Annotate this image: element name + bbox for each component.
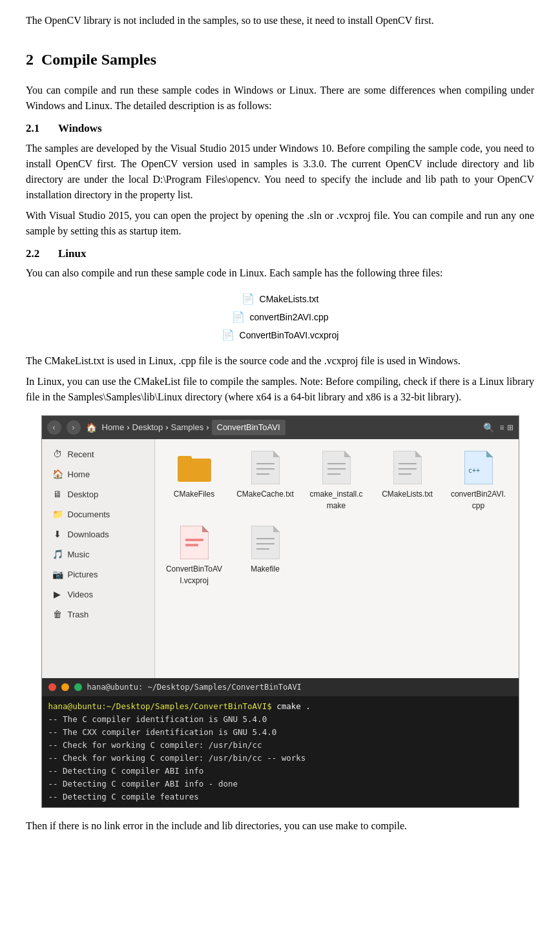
sidebar-label-music: Music <box>68 548 90 561</box>
terminal-title-bar: hana@ubuntu: ~/Desktop/Samples/ConvertBi… <box>42 678 519 696</box>
sidebar-item-music[interactable]: 🎵 Music <box>42 544 154 564</box>
subsection-2-2-title: Linux <box>58 245 86 262</box>
svg-rect-23 <box>185 544 198 546</box>
fm-file-makefile[interactable]: Makefile <box>236 524 295 586</box>
music-icon: 🎵 <box>52 548 63 561</box>
svg-rect-1 <box>178 456 192 464</box>
sidebar-label-downloads: Downloads <box>68 528 109 541</box>
terminal-minimize-dot[interactable] <box>61 683 69 691</box>
generic-file-icon-cmakelists <box>389 450 426 486</box>
fm-file-cmakelists[interactable]: CMakeLists.txt <box>379 450 437 512</box>
subsection-2-1-para1: The samples are developed by the Visual … <box>26 141 534 203</box>
svg-marker-13 <box>415 451 422 457</box>
sidebar-label-desktop: Desktop <box>68 488 99 501</box>
section-2: 2 Compile Samples You can compile and ru… <box>26 37 534 834</box>
svg-marker-8 <box>344 451 351 457</box>
desktop-icon: 🖥 <box>52 488 63 501</box>
vcx-file-icon: 📄 <box>222 327 234 343</box>
sidebar-item-documents[interactable]: 📁 Documents <box>42 504 154 524</box>
terminal-line-6: -- Detecting C compiler ABI info <box>48 765 512 778</box>
svg-text:c++: c++ <box>468 467 480 474</box>
file-list: 📄 CMakeLists.txt 📄 convertBin2AVI.cpp 📄 … <box>26 291 534 343</box>
fm-forward-button[interactable]: › <box>67 420 81 435</box>
terminal-title: hana@ubuntu: ~/Desktop/Samples/ConvertBi… <box>87 681 302 693</box>
sidebar-label-documents: Documents <box>68 508 110 521</box>
sidebar-label-trash: Trash <box>68 608 89 621</box>
sidebar-item-trash[interactable]: 🗑 Trash <box>42 604 154 625</box>
svg-rect-22 <box>185 539 203 541</box>
svg-marker-25 <box>273 526 280 532</box>
fm-file-cmakecache[interactable]: CMakeCache.txt <box>236 450 295 512</box>
fm-back-button[interactable]: ‹ <box>47 420 61 435</box>
fm-file-cmakeinstall[interactable]: cmake_install.cmake <box>307 450 366 512</box>
section-2-number: 2 <box>26 51 34 68</box>
terminal-close-dot[interactable] <box>48 683 56 691</box>
fm-file-name-vcx: ConvertBinToAVI.vcxproj <box>165 563 223 586</box>
terminal-line-2: -- The C compiler identification is GNU … <box>48 713 512 726</box>
cpp-file-icon-convertbin2avi: c++ <box>461 450 497 486</box>
subsection-2-2-number: 2.2 <box>26 245 58 262</box>
file-item-cpp: 📄 convertBin2AVI.cpp <box>26 309 534 325</box>
generic-file-icon-makefile <box>247 524 284 561</box>
pictures-icon: 📷 <box>52 568 63 581</box>
breadcrumb-samples[interactable]: Samples <box>171 421 204 434</box>
subsection-2-2-intro: You can also compile and run these sampl… <box>26 265 534 281</box>
terminal-line-5: -- Check for working C compiler: /usr/bi… <box>48 752 512 765</box>
subsection-2-2: 2.2 Linux You can also compile and run t… <box>26 245 534 834</box>
terminal-maximize-dot[interactable] <box>74 683 82 691</box>
fm-content: CMakeFiles CM <box>155 439 519 678</box>
breadcrumb-desktop[interactable]: Desktop <box>132 421 163 434</box>
svg-marker-21 <box>202 526 209 532</box>
fm-file-name-cpp: convertBin2AVI.cpp <box>450 488 508 512</box>
linux-para1: The CMakeList.txt is used in Linux, .cpp… <box>26 353 534 369</box>
fm-list-view-icon[interactable]: ≡ <box>499 422 504 433</box>
fm-file-name-cmakecache: CMakeCache.txt <box>236 488 294 500</box>
terminal-line-8: -- Detecting C compile features <box>48 790 512 803</box>
footer-text: Then if there is no link error in the in… <box>26 818 534 834</box>
sidebar-item-home[interactable]: 🏠 Home <box>42 464 154 484</box>
fm-file-convertbintoavi-vcx[interactable]: ConvertBinToAVI.vcxproj <box>165 524 223 586</box>
folder-icon-cmakefiles <box>176 450 213 486</box>
videos-icon: ▶ <box>52 588 63 601</box>
terminal-content: hana@ubuntu:~/Desktop/Samples/ConvertBin… <box>42 696 519 807</box>
fm-search-icon[interactable]: 🔍 <box>483 421 494 435</box>
sidebar-label-home: Home <box>68 468 90 481</box>
subsection-2-1-para2: With Visual Studio 2015, you can open th… <box>26 208 534 239</box>
fm-sidebar: ⏱ Recent 🏠 Home 🖥 Desktop 📁 Documents <box>42 439 155 678</box>
fm-body: ⏱ Recent 🏠 Home 🖥 Desktop 📁 Documents <box>42 439 519 678</box>
fm-file-cmakefiles[interactable]: CMakeFiles <box>165 450 223 512</box>
home-icon: 🏠 <box>52 468 63 481</box>
sidebar-item-recent[interactable]: ⏱ Recent <box>42 444 154 464</box>
fm-breadcrumb: Home › Desktop › Samples › ConvertBinToA… <box>102 420 479 435</box>
file-name-cmake: CMakeLists.txt <box>260 293 319 306</box>
terminal-line-7: -- Detecting C compiler ABI info - done <box>48 778 512 790</box>
file-name-cpp: convertBin2AVI.cpp <box>250 311 329 324</box>
fm-view-icons: ≡ ⊞ <box>499 422 513 433</box>
section-2-header: 2 Compile Samples <box>26 48 156 71</box>
fm-file-name-cmakeinstall: cmake_install.cmake <box>307 488 366 512</box>
terminal-cmd-1: cmake . <box>276 701 311 711</box>
intro-paragraph: The OpenCV library is not included in th… <box>26 13 534 28</box>
sidebar-item-downloads[interactable]: ⬇ Downloads <box>42 524 154 544</box>
breadcrumb-convertbintoavi[interactable]: ConvertBinToAVI <box>212 420 285 435</box>
sidebar-item-desktop[interactable]: 🖥 Desktop <box>42 484 154 504</box>
fm-toolbar: ‹ › 🏠 Home › Desktop › Samples › Convert… <box>42 416 519 439</box>
breadcrumb-home[interactable]: Home <box>102 421 125 434</box>
fm-file-convertbin2avi-cpp[interactable]: c++ convertBin2AVI.cpp <box>450 450 508 512</box>
vcx-file-icon-convertbintoavi <box>176 524 213 561</box>
downloads-icon: ⬇ <box>52 528 63 541</box>
terminal-line-1: hana@ubuntu:~/Desktop/Samples/ConvertBin… <box>48 700 512 713</box>
subsection-2-1: 2.1 Windows The samples are developed by… <box>26 120 534 239</box>
fm-home-icon: 🏠 <box>86 421 97 435</box>
terminal-prompt-1: hana@ubuntu:~/Desktop/Samples/ConvertBin… <box>48 701 272 711</box>
sidebar-label-recent: Recent <box>68 448 94 461</box>
trash-icon: 🗑 <box>52 608 63 621</box>
file-name-vcx: ConvertBinToAVI.vcxproj <box>240 329 339 342</box>
fm-grid-view-icon[interactable]: ⊞ <box>507 422 513 433</box>
file-manager-screenshot: ‹ › 🏠 Home › Desktop › Samples › Convert… <box>41 415 519 808</box>
linux-para2: In Linux, you can use the CMakeList file… <box>26 374 534 405</box>
sidebar-item-pictures[interactable]: 📷 Pictures <box>42 564 154 584</box>
svg-marker-3 <box>273 451 280 457</box>
sidebar-item-videos[interactable]: ▶ Videos <box>42 584 154 604</box>
file-item-cmake: 📄 CMakeLists.txt <box>26 291 534 307</box>
